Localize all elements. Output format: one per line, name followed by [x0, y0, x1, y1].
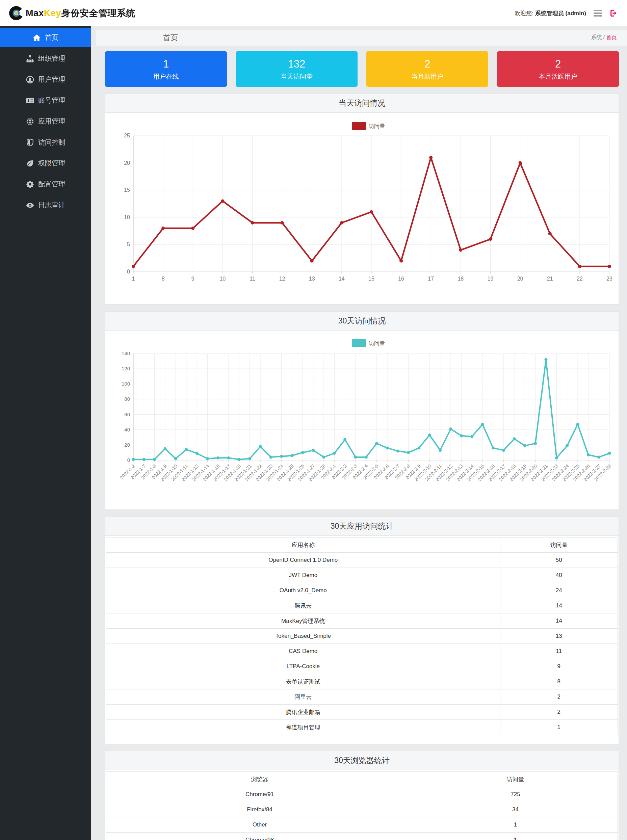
row-value-cell: 50 [500, 553, 618, 568]
breadcrumb-current[interactable]: 首页 [606, 35, 617, 40]
table-row: 禅道项目管理1 [106, 720, 618, 735]
x-axis-labels: 1891011121314151617181920212223 [132, 276, 612, 282]
data-point [534, 442, 537, 445]
column-header: 浏览器 [106, 772, 413, 787]
stat-card-3[interactable]: 2本月活跃用户 [497, 51, 619, 87]
svg-text:15: 15 [124, 187, 130, 193]
sidebar-item-8[interactable]: 日志审计 [0, 195, 91, 215]
data-point [502, 449, 505, 452]
data-point [566, 444, 569, 447]
svg-text:0: 0 [127, 457, 130, 463]
data-point [153, 458, 156, 461]
data-point [548, 232, 552, 235]
svg-text:12: 12 [279, 276, 285, 282]
sidebar-item-4[interactable]: 应用管理 [0, 112, 91, 131]
row-value-cell: 1 [413, 832, 618, 840]
data-point [429, 156, 433, 159]
row-value-cell: 2 [500, 689, 618, 705]
svg-text:14: 14 [339, 276, 345, 282]
data-point [365, 455, 368, 458]
data-point [470, 435, 473, 438]
row-label-cell: MaxKey管理系统 [106, 613, 500, 629]
data-point [492, 446, 495, 449]
sidebar: 首页组织管理用户管理账号管理应用管理访问控制权限管理配置管理日志审计 [0, 26, 91, 840]
table-row: 阿里云2 [106, 689, 618, 705]
sidebar-item-7[interactable]: 配置管理 [0, 175, 91, 194]
table-row: Firefox/8434 [106, 802, 618, 817]
menu-toggle-icon[interactable] [594, 10, 602, 17]
table-row: CAS Demo11 [106, 644, 618, 659]
user-icon [26, 76, 34, 84]
panel-app-stats: 30天应用访问统计 应用名称 访问量 OpenID Connect 1.0 De… [105, 517, 619, 744]
row-value-cell: 14 [500, 613, 618, 629]
svg-text:25: 25 [124, 133, 130, 138]
breadcrumb-root[interactable]: 系统 [591, 35, 602, 40]
data-point [132, 265, 135, 268]
sidebar-item-home[interactable]: 首页 [0, 28, 91, 47]
table-row: LTPA-Cookie9 [106, 659, 618, 674]
row-label-cell: 阿里云 [106, 689, 500, 705]
svg-text:9: 9 [191, 276, 194, 282]
table-row: OpenID Connect 1.0 Demo50 [106, 553, 618, 568]
data-point [578, 265, 581, 268]
stat-label: 当月新用户 [366, 73, 488, 80]
data-point [439, 449, 442, 452]
stat-label: 当天访问量 [236, 73, 358, 80]
main-content: 首页 系统/首页 1用户在线132当天访问量2当月新用户2本月活跃用户 当天访问… [91, 26, 627, 840]
sidebar-menu: 首页组织管理用户管理账号管理应用管理访问控制权限管理配置管理日志审计 [0, 28, 91, 215]
data-point [216, 456, 219, 459]
sidebar-item-5[interactable]: 访问控制 [0, 133, 91, 152]
svg-text:1: 1 [132, 276, 135, 282]
table-row: MaxKey管理系统14 [106, 613, 618, 629]
breadcrumb: 首页 系统/首页 [96, 30, 627, 46]
svg-text:100: 100 [121, 381, 130, 387]
sidebar-item-2[interactable]: 用户管理 [0, 70, 91, 89]
svg-text:20: 20 [124, 442, 130, 448]
column-header: 访问量 [500, 538, 618, 553]
data-point [386, 446, 389, 449]
sidebar-item-1[interactable]: 组织管理 [0, 49, 91, 68]
sidebar-item-label: 权限管理 [38, 159, 65, 168]
browser-visits-table: 浏览器 访问量 Chrome/91725Firefox/8434Other1Ch… [106, 771, 618, 840]
maxkey-logo-icon [9, 6, 24, 20]
chart-grid: 020406080100120140 [121, 351, 610, 463]
stat-card-0[interactable]: 1用户在线 [105, 51, 227, 87]
legend-label: 访问量 [369, 340, 385, 346]
stat-value: 132 [236, 59, 358, 69]
data-point [280, 455, 283, 458]
row-value-cell: 1 [413, 817, 618, 832]
stat-card-1[interactable]: 132当天访问量 [236, 51, 358, 87]
app-visits-table: 应用名称 访问量 OpenID Connect 1.0 Demo50JWT De… [106, 537, 618, 735]
stat-card-2[interactable]: 2当月新用户 [366, 51, 488, 87]
panel-title: 30天访问情况 [106, 311, 619, 330]
sidebar-item-label: 账号管理 [38, 96, 65, 105]
logout-icon[interactable] [610, 9, 618, 17]
data-point [333, 452, 336, 455]
row-value-cell: 40 [500, 568, 618, 583]
data-point [460, 434, 463, 437]
panel-title: 30天应用访问统计 [106, 517, 619, 536]
data-point [206, 457, 209, 460]
panel-title: 30天浏览器统计 [106, 751, 619, 770]
stat-label: 用户在线 [105, 73, 227, 80]
row-label-cell: Firefox/84 [106, 802, 413, 817]
sidebar-item-6[interactable]: 权限管理 [0, 154, 91, 173]
svg-text:120: 120 [121, 366, 130, 371]
data-point [375, 442, 378, 445]
svg-text:80: 80 [124, 396, 130, 402]
row-value-cell: 1 [500, 720, 618, 735]
data-point [251, 221, 254, 225]
data-point [142, 458, 145, 461]
data-point [518, 161, 522, 165]
sidebar-item-label: 日志审计 [38, 201, 65, 210]
row-label-cell: OpenID Connect 1.0 Demo [106, 553, 500, 568]
row-value-cell: 13 [500, 629, 618, 644]
svg-text:40: 40 [124, 427, 130, 433]
row-value-cell: 8 [500, 674, 618, 689]
stat-cards: 1用户在线132当天访问量2当月新用户2本月活跃用户 [105, 51, 619, 87]
app-logo[interactable]: MaxKey身份安全管理系统 [9, 6, 135, 20]
legend-swatch [352, 339, 366, 347]
data-point [291, 454, 294, 457]
sidebar-item-3[interactable]: 账号管理 [0, 91, 91, 110]
page-title: 首页 [163, 33, 178, 43]
